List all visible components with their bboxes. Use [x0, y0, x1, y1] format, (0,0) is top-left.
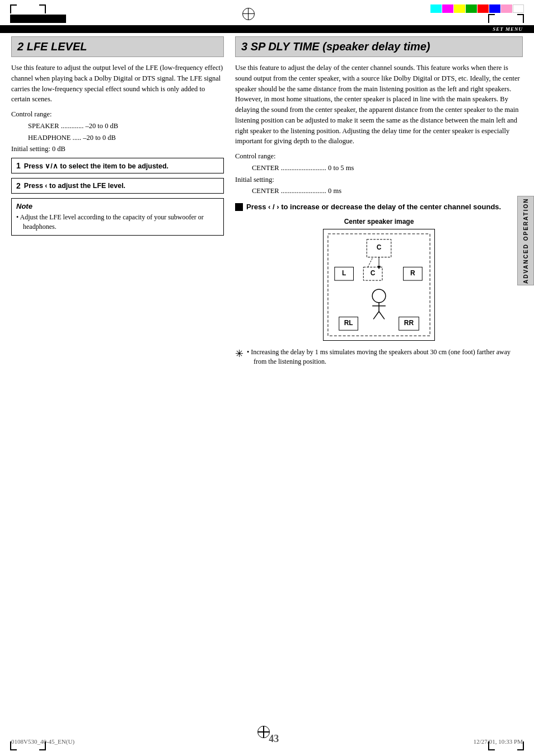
bracket-tr	[39, 4, 46, 13]
section2-control-range: Control range: SPEAKER ............. –20…	[11, 109, 224, 154]
top-decoration	[0, 0, 534, 25]
step2-box: 2 Press ‹ to adjust the LFE level.	[11, 178, 224, 194]
bottom-left-marks	[10, 741, 46, 750]
step1-num: 1	[16, 161, 21, 170]
bracket-tl-right	[488, 14, 495, 23]
registration-cross-bottom	[257, 726, 270, 740]
bottom-right-marks	[488, 741, 524, 750]
svg-text:R: R	[410, 269, 415, 277]
section2-headphone-range: HEADPHONE ..... –20 to 0 dB	[11, 133, 224, 143]
svg-point-11	[372, 289, 386, 303]
sidebar-label-text: ADVANCED OPERATION	[523, 198, 529, 283]
svg-marker-4	[377, 266, 381, 270]
press-instruction: Press ‹ / › to increase or decrease the …	[235, 202, 523, 212]
set-menu-bar: SET MENU	[0, 25, 534, 33]
center-speaker-image-label: Center speaker image	[235, 218, 523, 226]
chip-cyan	[430, 4, 442, 13]
svg-text:RR: RR	[404, 319, 414, 327]
section3-control-range-label: Control range:	[235, 151, 523, 162]
svg-line-14	[373, 312, 379, 320]
svg-text:RL: RL	[344, 319, 353, 327]
bracket-tl	[10, 4, 17, 13]
svg-text:C: C	[371, 269, 376, 277]
registration-cross-top	[242, 8, 255, 20]
tip-section: ✳ Increasing the delay by 1 ms simulates…	[235, 348, 523, 367]
section3-initial-setting-label: Initial setting:	[235, 175, 523, 185]
speaker-image-section: Center speaker image C	[235, 218, 523, 341]
svg-text:C: C	[377, 243, 382, 251]
bracket-br	[517, 741, 524, 750]
black-square-icon	[235, 203, 243, 211]
left-column: 2 LFE LEVEL Use this feature to adjust t…	[11, 36, 224, 367]
chip-magenta	[442, 4, 453, 13]
main-content: 2 LFE LEVEL Use this feature to adjust t…	[0, 36, 534, 367]
section3-intro: Use this feature to adjust the delay of …	[235, 63, 523, 147]
set-menu-label: SET MENU	[493, 26, 523, 32]
svg-text:L: L	[342, 269, 346, 277]
note-item: Adjust the LFE level according to the ca…	[16, 213, 219, 232]
step1-text: Press ∨/∧ to select the item to be adjus…	[24, 162, 168, 170]
footer-center-page: 43	[269, 733, 279, 745]
section2-initial-setting: Initial setting: 0 dB	[11, 144, 224, 154]
top-right-group	[430, 4, 524, 23]
tip-icon: ✳	[235, 348, 243, 360]
step2-text: Press ‹ to adjust the LFE level.	[24, 182, 125, 190]
section3-title: 3 SP DLY TIME (speaker delay time)	[241, 40, 517, 53]
bracket-bl-right	[488, 741, 495, 750]
bracket-br-left	[39, 741, 46, 750]
step2-num: 2	[16, 181, 21, 190]
bracket-tr-right	[517, 14, 524, 23]
note-body: Adjust the LFE level according to the ca…	[16, 213, 219, 232]
speaker-diagram-svg: C L C R	[323, 229, 435, 341]
section2-control-range-label: Control range:	[11, 109, 224, 120]
color-chips	[430, 4, 524, 13]
top-left-group	[10, 4, 66, 23]
svg-line-15	[379, 312, 385, 320]
section2-intro: Use this feature to adjust the output le…	[11, 63, 224, 105]
note-box: Note Adjust the LFE level according to t…	[11, 198, 224, 236]
section2-body: Use this feature to adjust the output le…	[11, 63, 224, 236]
section3-center-initial: CENTER .......................... 0 ms	[235, 186, 523, 196]
tip-body: Increasing the delay by 1 ms simulates m…	[247, 348, 523, 367]
section3-body: Use this feature to adjust the delay of …	[235, 63, 523, 367]
chip-green	[466, 4, 477, 13]
chip-pink	[501, 4, 512, 13]
section2-header: 2 LFE LEVEL	[11, 36, 224, 57]
speaker-diagram-container: C L C R	[235, 229, 523, 341]
chip-white	[513, 4, 524, 13]
note-title: Note	[16, 202, 219, 210]
press-text: Press ‹ / › to increase or decrease the …	[246, 202, 501, 212]
page-wrapper: SET MENU 2 LFE LEVEL Use this feature to…	[0, 0, 534, 756]
corner-brackets-left	[10, 4, 66, 13]
section2-speaker-range: SPEAKER ............. –20 to 0 dB	[11, 121, 224, 132]
sidebar-label: ADVANCED OPERATION	[517, 196, 534, 285]
chip-blue	[489, 4, 500, 13]
step1-box: 1 Press ∨/∧ to select the item to be adj…	[11, 158, 224, 173]
svg-line-20	[368, 259, 372, 267]
right-column: 3 SP DLY TIME (speaker delay time) Use t…	[235, 36, 523, 367]
section3-control-range: Control range: CENTER ..................…	[235, 151, 523, 196]
chip-red	[477, 4, 489, 13]
tip-item: Increasing the delay by 1 ms simulates m…	[247, 348, 523, 367]
bracket-bl	[10, 741, 17, 750]
chip-yellow	[454, 4, 465, 13]
section3-header: 3 SP DLY TIME (speaker delay time)	[235, 36, 523, 57]
section2-title: 2 LFE LEVEL	[17, 40, 218, 53]
section3-center-range: CENTER .......................... 0 to 5…	[235, 163, 523, 173]
black-rect-left	[10, 15, 66, 23]
